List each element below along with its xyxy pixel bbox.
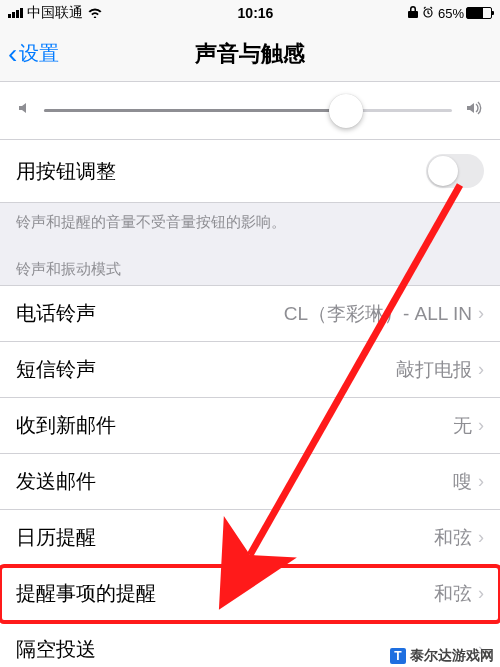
row-value: 和弦 bbox=[434, 581, 472, 607]
button-adjust-label: 用按钮调整 bbox=[16, 158, 426, 185]
battery-pct: 65% bbox=[438, 6, 464, 21]
carrier-label: 中国联通 bbox=[27, 4, 83, 22]
button-adjust-row[interactable]: 用按钮调整 bbox=[0, 140, 500, 203]
chevron-right-icon: › bbox=[478, 527, 484, 548]
row-value: 无 bbox=[453, 413, 472, 439]
row-value: 敲打电报 bbox=[396, 357, 472, 383]
row-label: 短信铃声 bbox=[16, 356, 396, 383]
volume-slider[interactable] bbox=[44, 109, 452, 112]
signal-icon bbox=[8, 8, 23, 18]
slider-thumb[interactable] bbox=[329, 94, 363, 128]
chevron-left-icon: ‹ bbox=[8, 40, 17, 68]
row-value: 嗖 bbox=[453, 469, 472, 495]
watermark-logo: T bbox=[390, 648, 406, 664]
chevron-right-icon: › bbox=[478, 303, 484, 324]
battery-icon bbox=[466, 7, 492, 19]
volume-slider-row bbox=[0, 82, 500, 140]
status-right: 65% bbox=[408, 5, 492, 21]
ringtone-row[interactable]: 电话铃声 CL（李彩琳）- ALL IN › bbox=[0, 285, 500, 342]
volume-high-icon bbox=[464, 100, 484, 121]
row-label: 日历提醒 bbox=[16, 524, 434, 551]
section-header: 铃声和振动模式 bbox=[0, 250, 500, 285]
nav-bar: ‹ 设置 声音与触感 bbox=[0, 26, 500, 82]
chevron-right-icon: › bbox=[478, 583, 484, 604]
reminder-alert-row[interactable]: 提醒事项的提醒 和弦 › bbox=[0, 566, 500, 622]
row-value: CL（李彩琳）- ALL IN bbox=[284, 301, 472, 327]
battery-indicator: 65% bbox=[438, 6, 492, 21]
row-label: 发送邮件 bbox=[16, 468, 453, 495]
row-label: 电话铃声 bbox=[16, 300, 284, 327]
button-adjust-toggle[interactable] bbox=[426, 154, 484, 188]
calendar-alert-row[interactable]: 日历提醒 和弦 › bbox=[0, 510, 500, 566]
row-label: 收到新邮件 bbox=[16, 412, 453, 439]
row-value: 和弦 bbox=[434, 525, 472, 551]
status-time: 10:16 bbox=[103, 5, 408, 21]
chevron-right-icon: › bbox=[478, 415, 484, 436]
status-left: 中国联通 bbox=[8, 4, 103, 22]
sent-mail-row[interactable]: 发送邮件 嗖 › bbox=[0, 454, 500, 510]
chevron-right-icon: › bbox=[478, 359, 484, 380]
volume-low-icon bbox=[16, 100, 32, 121]
watermark: T 泰尔达游戏网 bbox=[390, 647, 494, 665]
footer-note: 铃声和提醒的音量不受音量按钮的影响。 bbox=[0, 203, 500, 250]
text-tone-row[interactable]: 短信铃声 敲打电报 › bbox=[0, 342, 500, 398]
alarm-icon bbox=[422, 5, 434, 21]
row-label: 提醒事项的提醒 bbox=[16, 580, 434, 607]
wifi-icon bbox=[87, 5, 103, 21]
back-button[interactable]: ‹ 设置 bbox=[8, 40, 59, 68]
watermark-text: 泰尔达游戏网 bbox=[410, 647, 494, 665]
new-mail-row[interactable]: 收到新邮件 无 › bbox=[0, 398, 500, 454]
chevron-right-icon: › bbox=[478, 471, 484, 492]
status-bar: 中国联通 10:16 65% bbox=[0, 0, 500, 26]
back-label: 设置 bbox=[19, 40, 59, 67]
lock-icon bbox=[408, 5, 418, 21]
page-title: 声音与触感 bbox=[0, 39, 500, 69]
